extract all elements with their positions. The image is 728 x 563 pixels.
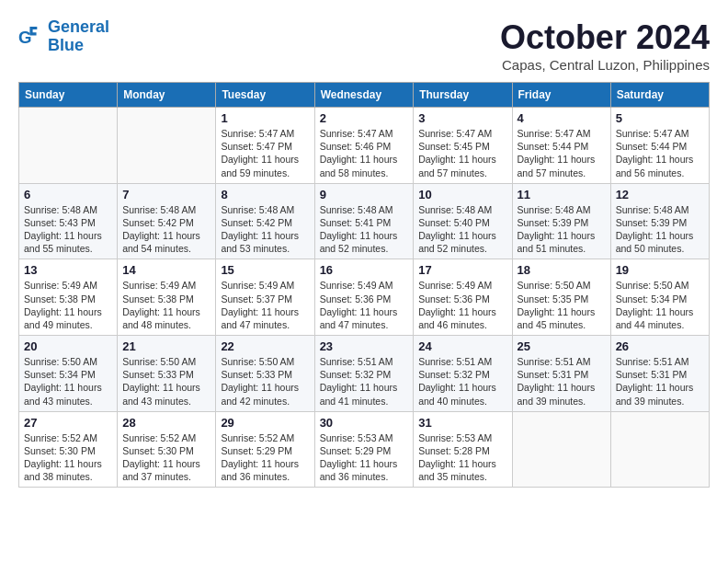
week-row-3: 13Sunrise: 5:49 AM Sunset: 5:38 PM Dayli… bbox=[19, 259, 710, 336]
day-number: 16 bbox=[320, 263, 409, 277]
cell-sun-info: Sunrise: 5:49 AM Sunset: 5:36 PM Dayligh… bbox=[320, 279, 409, 331]
week-row-1: 1Sunrise: 5:47 AM Sunset: 5:47 PM Daylig… bbox=[19, 108, 710, 184]
weekday-header-row: SundayMondayTuesdayWednesdayThursdayFrid… bbox=[19, 83, 710, 108]
weekday-header-saturday: Saturday bbox=[610, 83, 709, 108]
calendar-cell: 14Sunrise: 5:49 AM Sunset: 5:38 PM Dayli… bbox=[118, 259, 216, 336]
cell-sun-info: Sunrise: 5:48 AM Sunset: 5:39 PM Dayligh… bbox=[518, 203, 606, 256]
calendar-cell: 9Sunrise: 5:48 AM Sunset: 5:41 PM Daylig… bbox=[314, 183, 414, 259]
weekday-header-monday: Monday bbox=[118, 83, 216, 108]
calendar-cell: 8Sunrise: 5:48 AM Sunset: 5:42 PM Daylig… bbox=[216, 183, 314, 259]
month-title: October 2024 bbox=[500, 18, 710, 57]
weekday-header-sunday: Sunday bbox=[19, 83, 118, 108]
day-number: 11 bbox=[518, 188, 606, 201]
day-number: 8 bbox=[221, 188, 309, 201]
day-number: 3 bbox=[418, 111, 506, 125]
cell-sun-info: Sunrise: 5:51 AM Sunset: 5:32 PM Dayligh… bbox=[418, 355, 506, 408]
calendar-cell: 28Sunrise: 5:52 AM Sunset: 5:30 PM Dayli… bbox=[118, 411, 216, 488]
calendar-cell: 2Sunrise: 5:47 AM Sunset: 5:46 PM Daylig… bbox=[314, 108, 414, 184]
calendar-cell: 13Sunrise: 5:49 AM Sunset: 5:38 PM Dayli… bbox=[19, 259, 118, 336]
cell-sun-info: Sunrise: 5:51 AM Sunset: 5:32 PM Dayligh… bbox=[320, 355, 409, 408]
cell-sun-info: Sunrise: 5:52 AM Sunset: 5:30 PM Dayligh… bbox=[24, 431, 112, 484]
day-number: 31 bbox=[418, 416, 506, 430]
svg-text:G: G bbox=[18, 27, 32, 46]
calendar-cell: 5Sunrise: 5:47 AM Sunset: 5:44 PM Daylig… bbox=[610, 108, 709, 184]
calendar-cell: 7Sunrise: 5:48 AM Sunset: 5:42 PM Daylig… bbox=[118, 183, 216, 259]
day-number: 29 bbox=[221, 416, 309, 430]
calendar-cell bbox=[610, 411, 709, 488]
calendar-cell: 10Sunrise: 5:48 AM Sunset: 5:40 PM Dayli… bbox=[414, 183, 512, 259]
logo: G GeneralBlue bbox=[18, 18, 109, 55]
logo-text: GeneralBlue bbox=[48, 18, 109, 55]
day-number: 27 bbox=[24, 416, 112, 430]
calendar-cell: 29Sunrise: 5:52 AM Sunset: 5:29 PM Dayli… bbox=[216, 411, 314, 488]
calendar-cell: 30Sunrise: 5:53 AM Sunset: 5:29 PM Dayli… bbox=[314, 411, 414, 488]
cell-sun-info: Sunrise: 5:47 AM Sunset: 5:44 PM Dayligh… bbox=[616, 127, 704, 179]
title-block: October 2024 Capas, Central Luzon, Phili… bbox=[500, 18, 710, 73]
day-number: 7 bbox=[122, 188, 210, 201]
day-number: 25 bbox=[518, 339, 606, 353]
calendar-cell: 17Sunrise: 5:49 AM Sunset: 5:36 PM Dayli… bbox=[414, 259, 512, 336]
day-number: 2 bbox=[320, 111, 409, 125]
calendar-cell: 6Sunrise: 5:48 AM Sunset: 5:43 PM Daylig… bbox=[19, 183, 118, 259]
day-number: 24 bbox=[418, 339, 506, 353]
day-number: 23 bbox=[320, 339, 409, 353]
calendar-cell: 16Sunrise: 5:49 AM Sunset: 5:36 PM Dayli… bbox=[314, 259, 414, 336]
weekday-header-thursday: Thursday bbox=[414, 83, 512, 108]
cell-sun-info: Sunrise: 5:52 AM Sunset: 5:29 PM Dayligh… bbox=[221, 431, 309, 484]
day-number: 6 bbox=[24, 188, 112, 201]
day-number: 18 bbox=[518, 263, 606, 277]
cell-sun-info: Sunrise: 5:49 AM Sunset: 5:38 PM Dayligh… bbox=[24, 279, 112, 331]
cell-sun-info: Sunrise: 5:48 AM Sunset: 5:40 PM Dayligh… bbox=[418, 203, 506, 256]
calendar-cell: 31Sunrise: 5:53 AM Sunset: 5:28 PM Dayli… bbox=[414, 411, 512, 488]
week-row-5: 27Sunrise: 5:52 AM Sunset: 5:30 PM Dayli… bbox=[19, 411, 710, 488]
calendar-cell: 11Sunrise: 5:48 AM Sunset: 5:39 PM Dayli… bbox=[512, 183, 610, 259]
cell-sun-info: Sunrise: 5:50 AM Sunset: 5:34 PM Dayligh… bbox=[616, 279, 704, 331]
week-row-4: 20Sunrise: 5:50 AM Sunset: 5:34 PM Dayli… bbox=[19, 336, 710, 412]
cell-sun-info: Sunrise: 5:48 AM Sunset: 5:43 PM Dayligh… bbox=[24, 203, 112, 256]
day-number: 28 bbox=[122, 416, 210, 430]
day-number: 26 bbox=[616, 339, 704, 353]
week-row-2: 6Sunrise: 5:48 AM Sunset: 5:43 PM Daylig… bbox=[19, 183, 710, 259]
day-number: 9 bbox=[320, 188, 409, 201]
calendar-cell: 22Sunrise: 5:50 AM Sunset: 5:33 PM Dayli… bbox=[216, 336, 314, 412]
day-number: 1 bbox=[221, 111, 309, 125]
day-number: 17 bbox=[418, 263, 506, 277]
day-number: 30 bbox=[320, 416, 409, 430]
cell-sun-info: Sunrise: 5:51 AM Sunset: 5:31 PM Dayligh… bbox=[518, 355, 606, 408]
logo-icon: G bbox=[18, 24, 44, 50]
calendar-cell bbox=[118, 108, 216, 184]
cell-sun-info: Sunrise: 5:49 AM Sunset: 5:38 PM Dayligh… bbox=[122, 279, 210, 331]
cell-sun-info: Sunrise: 5:51 AM Sunset: 5:31 PM Dayligh… bbox=[616, 355, 704, 408]
calendar-cell: 20Sunrise: 5:50 AM Sunset: 5:34 PM Dayli… bbox=[19, 336, 118, 412]
cell-sun-info: Sunrise: 5:47 AM Sunset: 5:47 PM Dayligh… bbox=[221, 127, 309, 179]
calendar-cell: 21Sunrise: 5:50 AM Sunset: 5:33 PM Dayli… bbox=[118, 336, 216, 412]
cell-sun-info: Sunrise: 5:47 AM Sunset: 5:44 PM Dayligh… bbox=[518, 127, 606, 179]
weekday-header-friday: Friday bbox=[512, 83, 610, 108]
cell-sun-info: Sunrise: 5:50 AM Sunset: 5:33 PM Dayligh… bbox=[122, 355, 210, 408]
calendar-cell: 15Sunrise: 5:49 AM Sunset: 5:37 PM Dayli… bbox=[216, 259, 314, 336]
day-number: 22 bbox=[221, 339, 309, 353]
day-number: 15 bbox=[221, 263, 309, 277]
calendar-cell: 24Sunrise: 5:51 AM Sunset: 5:32 PM Dayli… bbox=[414, 336, 512, 412]
day-number: 19 bbox=[616, 263, 704, 277]
calendar-cell: 27Sunrise: 5:52 AM Sunset: 5:30 PM Dayli… bbox=[19, 411, 118, 488]
cell-sun-info: Sunrise: 5:52 AM Sunset: 5:30 PM Dayligh… bbox=[122, 431, 210, 484]
cell-sun-info: Sunrise: 5:48 AM Sunset: 5:42 PM Dayligh… bbox=[221, 203, 309, 256]
calendar-cell: 18Sunrise: 5:50 AM Sunset: 5:35 PM Dayli… bbox=[512, 259, 610, 336]
calendar-cell: 4Sunrise: 5:47 AM Sunset: 5:44 PM Daylig… bbox=[512, 108, 610, 184]
day-number: 20 bbox=[24, 339, 112, 353]
cell-sun-info: Sunrise: 5:53 AM Sunset: 5:29 PM Dayligh… bbox=[320, 431, 409, 484]
calendar-cell: 23Sunrise: 5:51 AM Sunset: 5:32 PM Dayli… bbox=[314, 336, 414, 412]
day-number: 4 bbox=[518, 111, 606, 125]
calendar-cell: 26Sunrise: 5:51 AM Sunset: 5:31 PM Dayli… bbox=[610, 336, 709, 412]
calendar-cell: 12Sunrise: 5:48 AM Sunset: 5:39 PM Dayli… bbox=[610, 183, 709, 259]
page-header: G GeneralBlue October 2024 Capas, Centra… bbox=[18, 18, 710, 73]
weekday-header-wednesday: Wednesday bbox=[314, 83, 414, 108]
day-number: 10 bbox=[418, 188, 506, 201]
day-number: 5 bbox=[616, 111, 704, 125]
calendar-cell: 1Sunrise: 5:47 AM Sunset: 5:47 PM Daylig… bbox=[216, 108, 314, 184]
cell-sun-info: Sunrise: 5:49 AM Sunset: 5:36 PM Dayligh… bbox=[418, 279, 506, 331]
calendar-cell bbox=[19, 108, 118, 184]
calendar-cell: 19Sunrise: 5:50 AM Sunset: 5:34 PM Dayli… bbox=[610, 259, 709, 336]
cell-sun-info: Sunrise: 5:53 AM Sunset: 5:28 PM Dayligh… bbox=[418, 431, 506, 484]
